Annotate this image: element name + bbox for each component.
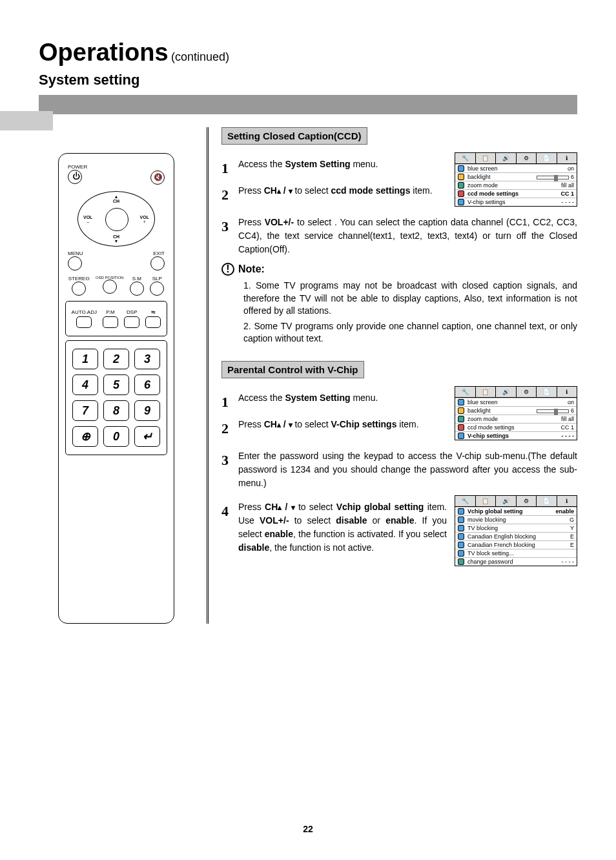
key-dash: ⊕	[72, 426, 98, 447]
key-5: 5	[103, 374, 129, 395]
power-label: POWER	[68, 164, 87, 170]
osd-row: V-chip settings- - - -	[455, 198, 577, 206]
osd-row: TV block setting...	[455, 549, 577, 557]
remote-column: POWER ⏻ 🔇 ▲CH CH▼ VOL– VOL+ MENU EXIT	[39, 127, 207, 624]
func-panel: AUTO.ADJ P.M DSP ⇋	[65, 301, 167, 336]
nav-pad: ▲CH CH▼ VOL– VOL+	[77, 191, 155, 247]
osd-row: blue screenon	[455, 164, 577, 172]
page-header: Operations (continued) System setting	[0, 0, 616, 88]
ccd-step-3: 3 Press VOL+/- to select . You can selec…	[221, 216, 577, 256]
tab-icon: 🔊	[496, 153, 517, 163]
osd-row: ccd mode settingsCC 1	[455, 423, 577, 431]
note-heading: ! Note:	[221, 263, 577, 276]
tab-icon: 🔧	[455, 153, 476, 163]
key-enter: ↵	[134, 426, 160, 447]
osd-row: zoom modefill all	[455, 415, 577, 423]
vol-minus-label: VOL–	[83, 215, 92, 224]
vchip-osd-2: 🔧📋🔊⚙📄ℹ Vchip global settingenablemovie b…	[455, 495, 577, 566]
key-7: 7	[72, 400, 98, 421]
note-icon: !	[221, 263, 234, 276]
osd-row: movie blockingG	[455, 515, 577, 524]
page-number: 22	[0, 824, 616, 834]
tab-icon: ℹ	[557, 153, 577, 163]
ccd-heading: Setting Closed Caption(CCD)	[221, 127, 367, 145]
ccd-osd: 🔧 📋 🔊 ⚙ 📄 ℹ blue screenonbacklight 6zoom…	[455, 152, 577, 207]
note-item: 1. Some TV programs may not be broadcast…	[243, 280, 577, 318]
subtitle: System setting	[39, 72, 577, 88]
osd-row: backlight 6	[455, 406, 577, 415]
ch-up-label: ▲CH	[113, 194, 119, 203]
osd-row: backlight 6	[455, 172, 577, 181]
power-button-icon: ⏻	[68, 170, 82, 184]
decor-bar	[39, 95, 577, 114]
tab-icon: ⚙	[517, 153, 537, 163]
vchip-osd-1: 🔧📋🔊⚙📄ℹ blue screenonbacklight 6zoom mode…	[455, 386, 577, 440]
exit-button-icon	[150, 256, 165, 271]
osd-row: ccd mode settingsCC 1	[455, 189, 577, 198]
osd-row: V-chip settings- - - -	[455, 431, 577, 440]
func-row-1: STEREO OSD POSITION S.M SLP	[65, 276, 167, 297]
ok-button-icon	[105, 208, 128, 231]
ch-down-label: CH▼	[113, 234, 119, 243]
remote-illustration: POWER ⏻ 🔇 ▲CH CH▼ VOL– VOL+ MENU EXIT	[58, 153, 174, 624]
note-list: 1. Some TV programs may not be broadcast…	[221, 280, 577, 345]
osd-row: TV blockingY	[455, 524, 577, 532]
osd-row: change password- - - -	[455, 557, 577, 566]
key-3: 3	[134, 349, 160, 369]
osd-tabs: 🔧 📋 🔊 ⚙ 📄 ℹ	[455, 153, 577, 164]
mute-button-icon: 🔇	[150, 170, 165, 185]
tab-icon: 📋	[476, 153, 497, 163]
menu-button-icon	[68, 256, 82, 271]
vchip-step-2: 2 Press CH / to select V-Chip settings i…	[221, 418, 447, 439]
note-item: 2. Some TV programs only provide one cha…	[243, 320, 577, 345]
vchip-step-3: 3 Enter the password using the keypad to…	[221, 449, 577, 490]
key-9: 9	[134, 400, 160, 421]
vchip-heading: Parental Control with V-Chip	[221, 361, 364, 378]
key-2: 2	[103, 349, 129, 369]
ccd-step-2: 2 Press CH / to select ccd mode settings…	[221, 184, 447, 205]
key-1: 1	[72, 349, 98, 369]
continued-label: (continued)	[171, 50, 229, 63]
key-0: 0	[103, 426, 129, 447]
exit-label: EXIT	[150, 251, 165, 256]
osd-row: Canadian French blockingE	[455, 540, 577, 549]
key-4: 4	[72, 374, 98, 395]
osd-row: Canadian English blockingE	[455, 532, 577, 540]
osd-row: blue screenon	[455, 398, 577, 406]
numpad-panel: 1 2 3 4 5 6 7 8 9 ⊕ 0 ↵	[65, 340, 167, 455]
key-6: 6	[134, 374, 160, 395]
ccd-step-1: 1 Access the System Setting menu.	[221, 158, 447, 179]
osd-row: Vchip global settingenable	[455, 507, 577, 515]
vchip-step-1: 1 Access the System Setting menu.	[221, 391, 447, 413]
tab-icon: 📄	[537, 153, 557, 163]
vol-plus-label: VOL+	[140, 215, 149, 224]
vchip-step-4: 4 Press CH / to select Vchip global sett…	[221, 500, 447, 555]
key-8: 8	[103, 400, 129, 421]
menu-label: MENU	[68, 251, 83, 256]
title: Operations	[39, 39, 169, 66]
osd-row: zoom modefill all	[455, 181, 577, 189]
instruction-column: Setting Closed Caption(CCD) 1 Access the…	[207, 127, 577, 624]
